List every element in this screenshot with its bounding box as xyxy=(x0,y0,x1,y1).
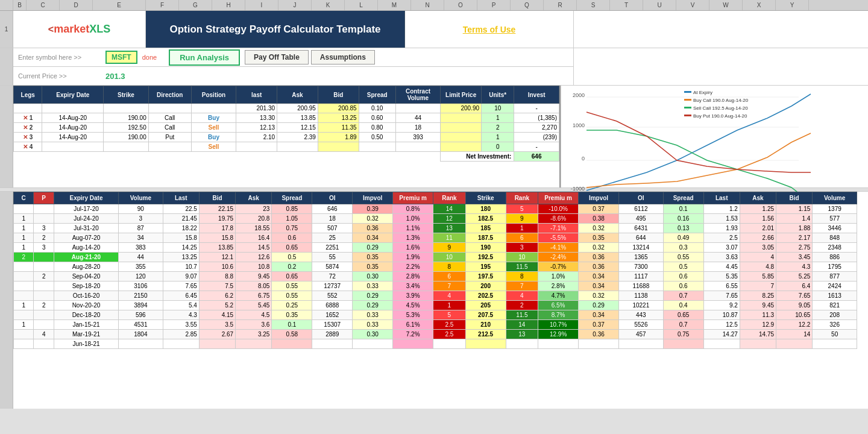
svg-rect-24 xyxy=(684,107,691,108)
data-row-11: Dec-18-20 596 4.3 4.15 4.5 0.35 1652 0.3… xyxy=(14,310,857,320)
bid-col-header: Bid xyxy=(318,86,359,104)
units-col-header: Units* xyxy=(482,86,514,104)
done-label: done xyxy=(142,54,157,61)
col-volume: Volume xyxy=(119,192,163,204)
payoff-chart: 2000 1000 0 -1000 -2000 175 180 185 190 xyxy=(561,86,868,187)
data-row-10: 1 2 Nov-20-20 3894 5.4 5.2 5.45 0.25 688… xyxy=(14,301,857,310)
col-oi-r: OI xyxy=(619,192,664,204)
svg-rect-22 xyxy=(684,99,691,101)
data-row-8: Sep-18-20 3106 7.65 7.5 8.05 0.55 12737 … xyxy=(14,281,857,291)
col-expiry: Expiry Date xyxy=(54,192,118,204)
legs-row-price: 201.30 200.95 200.85 0.10 200.90 10 - xyxy=(14,104,559,113)
svg-text:Sell Call 192.5 Aug-14-20: Sell Call 192.5 Aug-14-20 xyxy=(693,105,748,111)
options-data-table: C P Expiry Date Volume Last Bid Ask Spre… xyxy=(13,192,857,349)
data-row-4: 1 3 Aug-14-20 383 14.25 13.85 14.5 0.65 … xyxy=(14,243,857,253)
col-spread-r: Spread xyxy=(663,192,703,204)
limit-price-col-header: Limit Price xyxy=(441,86,482,104)
logo-text: market xyxy=(54,23,89,36)
position-col-header: Position xyxy=(191,86,236,104)
svg-text:1000: 1000 xyxy=(573,122,585,128)
data-row-12: 1 Jan-15-21 4531 3.55 3.5 3.6 0.1 15307 … xyxy=(14,320,857,330)
col-premium-r: Premiu m xyxy=(538,192,579,204)
svg-text:0: 0 xyxy=(582,156,585,162)
data-row-13: 4 Mar-19-21 1804 2.85 2.67 3.25 0.58 288… xyxy=(14,330,857,339)
strike-col-header: Strike xyxy=(104,86,149,104)
data-row-9: Oct-16-20 2150 6.45 6.2 6.75 0.55 552 0.… xyxy=(14,291,857,301)
col-impvol: Impvol xyxy=(353,192,393,204)
svg-text:2000: 2000 xyxy=(573,92,585,98)
legs-table: Legs Expiry Date Strike Direction Positi… xyxy=(13,86,559,162)
data-row-5: 2 Aug-21-20 44 13.25 12.1 12.6 0.5 55 0.… xyxy=(14,253,857,262)
data-row-2: 1 3 Jul-31-20 87 18.22 17.8 18.55 0.75 5… xyxy=(14,224,857,233)
data-row-1: 1 Jul-24-20 3 21.45 19.75 20.8 1.05 18 0… xyxy=(14,214,857,224)
svg-text:Buy Call 190.0 Aug-14-20: Buy Call 190.0 Aug-14-20 xyxy=(693,98,749,103)
legs-row-2: ✕ 2 14-Aug-20 192.50 Call Sell 12.13 12.… xyxy=(14,123,559,133)
data-row-3: 1 2 Aug-07-20 34 15.8 15.8 16.4 0.6 25 0… xyxy=(14,233,857,243)
col-last: Last xyxy=(163,192,199,204)
last-col-header: last xyxy=(236,86,277,104)
legs-row-4: ✕ 4 Sell 0 - xyxy=(14,142,559,152)
terms-of-use-link[interactable]: Terms of Use xyxy=(463,25,516,34)
col-strike-center: Strike xyxy=(465,192,506,204)
net-investment-row: Net Investment: 646 xyxy=(14,152,559,162)
col-impvol-r: Impvol xyxy=(579,192,619,204)
ask-col-header: Ask xyxy=(277,86,318,104)
col-rank-r: Rank xyxy=(506,192,538,204)
legs-row-1: ✕ 1 14-Aug-20 190.00 Call Buy 13.30 13.8… xyxy=(14,113,559,123)
col-rank-l: Rank xyxy=(433,192,466,204)
col-c: C xyxy=(14,192,34,204)
invest-col-header: Invest xyxy=(514,86,559,104)
col-ask: Ask xyxy=(236,192,272,204)
col-volume-r: Volume xyxy=(813,192,857,204)
col-premium-l: Premiu m xyxy=(393,192,433,204)
col-last-r: Last xyxy=(703,192,740,204)
svg-rect-20 xyxy=(684,91,691,93)
col-bid-r: Bid xyxy=(776,192,813,204)
svg-text:At Expiry: At Expiry xyxy=(693,90,712,95)
direction-col-header: Direction xyxy=(148,86,191,104)
col-ask-r: Ask xyxy=(740,192,776,204)
assumptions-button[interactable]: Assumptions xyxy=(311,50,375,64)
data-row-6: Aug-28-20 355 10.7 10.6 10.8 0.2 5874 0.… xyxy=(14,262,857,272)
logo-area: <marketXLS xyxy=(13,11,146,48)
col-spread: Spread xyxy=(272,192,312,204)
data-row-0: Jul-17-20 90 22.5 22.15 23 0.85 646 0.39… xyxy=(14,204,857,214)
symbol-label: Enter symbol here >> xyxy=(18,54,105,61)
price-label: Current Price >> xyxy=(18,72,105,80)
data-row-14: Jun-18-21 xyxy=(14,339,857,349)
run-analysis-button[interactable]: Run Analysis xyxy=(169,49,240,66)
svg-text:-1000: -1000 xyxy=(571,186,585,192)
expiry-col-header: Expiry Date xyxy=(42,86,104,104)
svg-rect-26 xyxy=(684,115,691,116)
payoff-table-button[interactable]: Pay Off Table xyxy=(245,50,309,64)
app-title: Option Strategy Payoff Calculator Templa… xyxy=(146,11,405,48)
data-row-7: 2 Sep-04-20 120 9.07 8.8 9.45 0.65 72 0.… xyxy=(14,272,857,281)
legs-col-header: Legs xyxy=(14,86,42,104)
col-bid: Bid xyxy=(199,192,235,204)
logo-icon: < xyxy=(48,24,54,35)
price-value: 201.3 xyxy=(105,72,125,81)
legs-row-3: ✕ 3 14-Aug-20 190.00 Put Buy 2.10 2.39 1… xyxy=(14,133,559,142)
svg-text:Buy Put 190.0 Aug-14-20: Buy Put 190.0 Aug-14-20 xyxy=(693,113,747,119)
col-p: P xyxy=(34,192,54,204)
contract-vol-col-header: Contract Volume xyxy=(395,86,441,104)
spread-col-header: Spread xyxy=(359,86,395,104)
col-oi: OI xyxy=(312,192,353,204)
symbol-input[interactable]: MSFT xyxy=(105,51,137,64)
